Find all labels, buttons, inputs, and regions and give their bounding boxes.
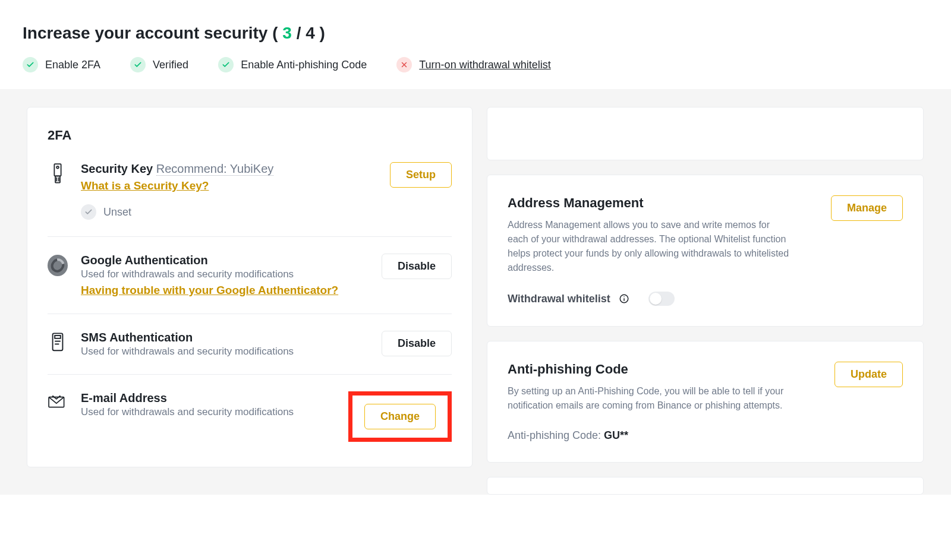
x-icon bbox=[396, 57, 412, 72]
left-column: 2FA Security bbox=[27, 107, 473, 495]
ga-title: Google Authentication bbox=[81, 254, 369, 267]
check-ok-icon bbox=[218, 57, 234, 72]
check-label: Verified bbox=[153, 59, 188, 71]
check-link[interactable]: Turn-on withdrawal whitelist bbox=[419, 59, 550, 71]
apc-label: Anti-phishing Code: bbox=[508, 429, 604, 441]
disable-button[interactable]: Disable bbox=[382, 254, 452, 279]
security-checklist: Enable 2FA Verified Enable Anti-phishing… bbox=[23, 57, 928, 72]
twofa-title: 2FA bbox=[48, 128, 452, 143]
twofa-item-sms: SMS Authentication Used for withdrawals … bbox=[48, 314, 452, 374]
address-mgmt-title: Address Management bbox=[508, 195, 793, 211]
status-label: Unset bbox=[103, 206, 131, 219]
anti-phishing-card: Anti-phishing Code By setting up an Anti… bbox=[487, 341, 924, 463]
ga-link[interactable]: Having trouble with your Google Authenti… bbox=[81, 284, 338, 297]
title-suffix: / 4 ) bbox=[292, 24, 325, 42]
email-title: E-mail Address bbox=[81, 391, 335, 405]
check-withdrawal-whitelist[interactable]: Turn-on withdrawal whitelist bbox=[396, 57, 550, 72]
twofa-body: E-mail Address Used for withdrawals and … bbox=[81, 391, 335, 418]
right-column: Address Management Address Management al… bbox=[487, 107, 924, 495]
main-content: 2FA Security bbox=[0, 89, 951, 495]
manage-button[interactable]: Manage bbox=[831, 195, 903, 221]
check-ok-icon bbox=[23, 57, 38, 72]
done-count: 3 bbox=[282, 24, 292, 42]
twofa-list: Security Key Recommend: YubiKey What is … bbox=[48, 156, 452, 447]
whitelist-label: Withdrawal whitelist bbox=[508, 293, 610, 305]
twofa-item-google-auth: Google Authentication Used for withdrawa… bbox=[48, 236, 452, 314]
security-key-action: Setup bbox=[390, 162, 452, 188]
sms-title: SMS Authentication bbox=[81, 331, 369, 344]
empty-card bbox=[487, 107, 924, 160]
google-auth-icon bbox=[48, 255, 68, 277]
apc-value-text: GU** bbox=[604, 429, 628, 441]
twofa-body: SMS Authentication Used for withdrawals … bbox=[81, 331, 369, 357]
check-ok-icon bbox=[130, 57, 146, 72]
security-key-status: Unset bbox=[81, 204, 377, 220]
ga-action: Disable bbox=[382, 254, 452, 279]
email-sub: Used for withdrawals and security modifi… bbox=[81, 406, 335, 418]
anti-phishing-desc: By setting up an Anti-Phishing Code, you… bbox=[508, 384, 793, 413]
page-title: Increase your account security ( 3 / 4 ) bbox=[23, 24, 928, 43]
ga-sub: Used for withdrawals and security modifi… bbox=[81, 268, 369, 280]
twofa-item-email: E-mail Address Used for withdrawals and … bbox=[48, 374, 452, 447]
recommend-hint: Recommend: YubiKey bbox=[156, 162, 274, 176]
check-grey-icon bbox=[81, 204, 96, 220]
svg-point-16 bbox=[623, 296, 625, 298]
svg-point-3 bbox=[56, 166, 59, 169]
info-icon[interactable] bbox=[619, 293, 629, 304]
check-anti-phishing: Enable Anti-phishing Code bbox=[218, 57, 367, 72]
svg-rect-8 bbox=[55, 336, 61, 338]
card-header: Address Management Address Management al… bbox=[508, 195, 903, 275]
check-verified: Verified bbox=[130, 57, 188, 72]
withdrawal-whitelist-row: Withdrawal whitelist bbox=[508, 292, 903, 306]
sms-action: Disable bbox=[382, 331, 452, 356]
sms-icon bbox=[48, 332, 68, 355]
security-key-title: Security Key Recommend: YubiKey bbox=[81, 162, 377, 176]
title-prefix: Increase your account security ( bbox=[23, 24, 282, 42]
label: Security Key bbox=[81, 162, 153, 175]
anti-phishing-value: Anti-phishing Code: GU** bbox=[508, 429, 903, 442]
email-action: Change bbox=[348, 391, 452, 442]
twofa-item-security-key: Security Key Recommend: YubiKey What is … bbox=[48, 156, 452, 236]
anti-phishing-title: Anti-phishing Code bbox=[508, 362, 793, 377]
check-label: Enable 2FA bbox=[45, 59, 100, 71]
check-enable-2fa: Enable 2FA bbox=[23, 57, 100, 72]
security-key-icon bbox=[48, 163, 68, 186]
twofa-card: 2FA Security bbox=[27, 107, 473, 467]
security-header: Increase your account security ( 3 / 4 )… bbox=[0, 0, 951, 89]
disable-button[interactable]: Disable bbox=[382, 331, 452, 356]
update-button[interactable]: Update bbox=[835, 362, 903, 387]
card-header: Anti-phishing Code By setting up an Anti… bbox=[508, 362, 903, 413]
sms-sub: Used for withdrawals and security modifi… bbox=[81, 346, 369, 357]
address-mgmt-desc: Address Management allows you to save an… bbox=[508, 218, 793, 275]
email-icon bbox=[48, 393, 68, 415]
security-key-link[interactable]: What is a Security Key? bbox=[81, 179, 209, 192]
twofa-body: Security Key Recommend: YubiKey What is … bbox=[81, 162, 377, 220]
change-button[interactable]: Change bbox=[364, 404, 436, 429]
svg-rect-4 bbox=[55, 176, 60, 182]
address-management-card: Address Management Address Management al… bbox=[487, 175, 924, 327]
setup-button[interactable]: Setup bbox=[390, 162, 452, 188]
whitelist-toggle[interactable] bbox=[648, 292, 675, 306]
partial-card bbox=[487, 477, 924, 495]
twofa-body: Google Authentication Used for withdrawa… bbox=[81, 254, 369, 297]
change-highlight: Change bbox=[348, 391, 452, 442]
check-label: Enable Anti-phishing Code bbox=[241, 59, 367, 71]
